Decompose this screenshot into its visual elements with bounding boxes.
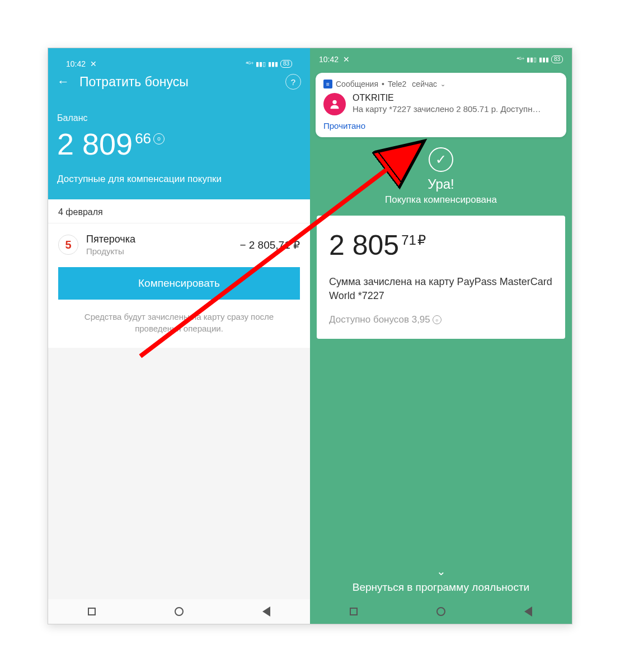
status-time: 10:42 (66, 59, 86, 68)
success-subtitle: Покупка компенсирована (310, 194, 572, 206)
date-header: 4 февраля (48, 199, 310, 223)
notification-sender: OTKRITIE (353, 93, 543, 103)
nav-recent-icon[interactable] (349, 606, 359, 617)
mute-icon: ✕ (90, 59, 97, 68)
available-purchases-label: Доступные для компенсации покупки (57, 174, 301, 185)
screen-success: 10:42 ✕ ⁴ᴳ⁺ ▮▮▯ ▮▮▮ 83 ≡ Сообщения • Tel… (310, 48, 572, 624)
bonus-remaining: Доступно бонусов 3,95 o (329, 314, 553, 325)
success-title: Ура! (310, 176, 572, 192)
nav-back-icon[interactable] (261, 606, 271, 617)
return-link[interactable]: ⌄ Вернуться в программу лояльности (310, 564, 572, 594)
chevron-down-icon: ⌄ (310, 564, 572, 578)
notification-card[interactable]: ≡ Сообщения • Tele2 сейчас ⌄ OTKRITIE На… (316, 73, 566, 137)
network-icon: ⁴ᴳ⁺ ▮▮▯ (246, 60, 266, 68)
notification-carrier: Tele2 (388, 80, 406, 88)
svg-point-0 (332, 100, 336, 104)
contact-avatar-icon (323, 93, 346, 115)
page-title: Потратить бонусы (79, 74, 275, 90)
nav-bar (310, 599, 572, 624)
notification-message: На карту *7227 зачислено 2 805.71 р. Дос… (353, 104, 543, 114)
transaction-row[interactable]: 5 Пятерочка Продукты − 2 805,71 ₽ (48, 223, 310, 264)
merchant-category: Продукты (86, 246, 232, 256)
balance-frac: 66 (135, 130, 151, 147)
checkmark-icon: ✓ (429, 147, 453, 172)
nav-home-icon[interactable] (174, 606, 184, 617)
signal-icon: ▮▮▮ (268, 60, 278, 68)
status-bar: 10:42 ✕ ⁴ᴳ⁺ ▮▮▯ ▮▮▮ 83 (310, 48, 572, 68)
balance-label: Баланс (57, 113, 301, 123)
notification-time: сейчас (412, 80, 437, 88)
signal-icon: ▮▮▮ (539, 56, 549, 63)
hint-text: Средства будут зачислены на карту сразу … (48, 307, 310, 348)
messages-app-icon: ≡ (323, 80, 332, 88)
chevron-down-icon[interactable]: ⌄ (440, 81, 445, 88)
back-icon[interactable]: ← (57, 74, 69, 89)
amount-frac: 71 (401, 232, 416, 248)
compensated-amount: 2 805 71₽ (329, 229, 553, 262)
success-block: ✓ Ура! Покупка компенсирована (310, 147, 572, 206)
amount-int: 2 805 (329, 229, 399, 262)
compensate-button[interactable]: Компенсировать (58, 267, 300, 300)
merchant-name: Пятерочка (86, 234, 232, 245)
coin-icon: o (433, 315, 441, 324)
result-card: 2 805 71₽ Сумма зачислена на карту PayPa… (317, 216, 565, 339)
credited-text: Сумма зачислена на карту PayPass MasterC… (329, 275, 553, 303)
currency-symbol: ₽ (417, 232, 426, 248)
notification-action[interactable]: Прочитано (323, 121, 558, 130)
battery-icon: 83 (280, 60, 292, 68)
notification-app: Сообщения (336, 80, 378, 88)
nav-recent-icon[interactable] (87, 606, 97, 617)
transactions-card: 4 февраля 5 Пятерочка Продукты − 2 805,7… (48, 199, 310, 348)
screen-spend-bonuses: 10:42 ✕ ⁴ᴳ⁺ ▮▮▯ ▮▮▮ 83 ← Потратить бонус… (48, 48, 310, 624)
merchant-logo-icon: 5 (58, 235, 78, 255)
status-bar: 10:42 ✕ ⁴ᴳ⁺ ▮▮▯ ▮▮▮ 83 (57, 54, 301, 74)
status-time: 10:42 (319, 55, 339, 64)
network-icon: ⁴ᴳ⁺ ▮▮▯ (516, 56, 537, 63)
coin-icon: o (153, 133, 165, 144)
transaction-amount: − 2 805,71 ₽ (239, 239, 300, 251)
battery-icon: 83 (551, 55, 563, 63)
mute-icon: ✕ (343, 55, 350, 64)
balance-amount: 2 809 66 o (57, 127, 301, 161)
help-icon[interactable]: ? (285, 74, 301, 90)
nav-bar (48, 599, 310, 624)
nav-home-icon[interactable] (436, 606, 446, 617)
nav-back-icon[interactable] (523, 606, 533, 617)
balance-int: 2 809 (57, 127, 133, 161)
